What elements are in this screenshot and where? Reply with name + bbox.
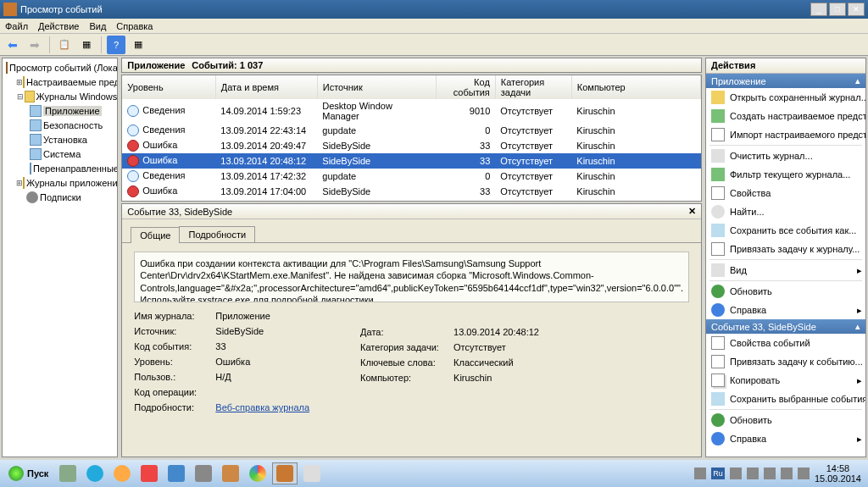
action-attach-task-event[interactable]: Привязать задачу к событию... bbox=[706, 352, 865, 371]
tree-forwarded-events[interactable]: Перенаправленные события bbox=[3, 161, 117, 175]
action-create-custom-view[interactable]: Создать настраиваемое представле... bbox=[706, 107, 865, 125]
value-event-id: 33 bbox=[215, 341, 225, 351]
event-row[interactable]: Сведения13.09.2014 22:43:14gupdate0Отсут… bbox=[122, 123, 700, 138]
error-icon bbox=[127, 155, 139, 167]
tray-icon[interactable] bbox=[730, 468, 742, 479]
network-icon[interactable] bbox=[764, 468, 776, 479]
label-event-id: Код события: bbox=[134, 341, 207, 351]
error-icon bbox=[127, 140, 139, 152]
event-row[interactable]: Сведения13.09.2014 17:42:32gupdate0Отсут… bbox=[122, 169, 700, 184]
list-summary-header: Приложение Событий: 1 037 bbox=[121, 58, 702, 73]
label-opcode: Код операции: bbox=[134, 387, 207, 397]
info-icon bbox=[127, 105, 139, 117]
col-level[interactable]: Уровень bbox=[122, 75, 215, 99]
event-list[interactable]: Уровень Дата и время Источник Код событи… bbox=[121, 75, 702, 202]
navigation-tree[interactable]: Просмотр событий (Локальный) ⊞Настраивае… bbox=[2, 58, 118, 457]
action-help-2[interactable]: Справка▸ bbox=[706, 429, 865, 448]
action-refresh-2[interactable]: Обновить bbox=[706, 411, 865, 429]
col-date[interactable]: Дата и время bbox=[215, 75, 317, 99]
tree-security-log[interactable]: Безопасность bbox=[3, 118, 117, 132]
maximize-button[interactable]: □ bbox=[829, 3, 846, 16]
tree-system-log[interactable]: Система bbox=[3, 147, 117, 161]
volume-icon[interactable] bbox=[747, 468, 759, 479]
back-button[interactable]: ⬅ bbox=[3, 36, 22, 54]
system-tray[interactable]: Ru 14:58 15.09.2014 bbox=[694, 463, 865, 484]
close-button[interactable]: ✕ bbox=[848, 3, 865, 16]
tree-app-services-logs[interactable]: ⊞Журналы приложений и служб bbox=[3, 175, 117, 190]
action-find[interactable]: Найти... bbox=[706, 202, 865, 221]
menu-file[interactable]: Файл bbox=[5, 21, 28, 31]
overflow-button[interactable]: ▦ bbox=[129, 36, 147, 54]
titlebar[interactable]: Просмотр событий _ □ ✕ bbox=[0, 0, 868, 19]
action-properties[interactable]: Свойства bbox=[706, 184, 865, 202]
menu-action[interactable]: Действие bbox=[38, 21, 79, 31]
event-row[interactable]: Ошибка13.09.2014 20:48:12SideBySide33Отс… bbox=[122, 153, 700, 169]
action-attach-task-log[interactable]: Привязать задачу к журналу... bbox=[706, 240, 865, 258]
menu-view[interactable]: Вид bbox=[89, 21, 106, 31]
tree-application-log[interactable]: Приложение bbox=[3, 103, 117, 118]
actions-section-event[interactable]: Событие 33, SideBySide▴ bbox=[706, 319, 865, 334]
action-event-properties[interactable]: Свойства событий bbox=[706, 334, 865, 352]
taskbar-app-1[interactable] bbox=[55, 462, 81, 484]
error-icon bbox=[127, 185, 139, 197]
detail-close-button[interactable]: ✕ bbox=[688, 206, 696, 217]
minimize-button[interactable]: _ bbox=[810, 3, 827, 16]
event-row[interactable]: Ошибка13.09.2014 17:02:09SideBySide33Отс… bbox=[122, 199, 700, 202]
window-title: Просмотр событий bbox=[20, 4, 103, 14]
col-category[interactable]: Категория задачи bbox=[495, 75, 571, 99]
language-indicator[interactable]: Ru bbox=[711, 468, 725, 479]
taskbar-avast[interactable] bbox=[109, 462, 135, 484]
action-import-custom-view[interactable]: Импорт настраиваемого представле... bbox=[706, 125, 865, 144]
event-description[interactable]: Ошибка при создании контекста активации … bbox=[134, 252, 689, 302]
toolbar: ⬅ ➡ 📋 ▦ ? ▦ bbox=[0, 34, 868, 56]
taskbar-app-6[interactable] bbox=[191, 462, 216, 484]
action-save-selected[interactable]: Сохранить выбранные события... bbox=[706, 390, 865, 408]
menu-help[interactable]: Справка bbox=[116, 21, 153, 31]
tree-custom-views[interactable]: ⊞Настраиваемые представления bbox=[3, 75, 117, 89]
tab-details[interactable]: Подробности bbox=[179, 226, 255, 242]
action-save-all-events[interactable]: Сохранить все события как... bbox=[706, 221, 865, 240]
taskbar-event-viewer[interactable] bbox=[272, 462, 298, 484]
action-copy[interactable]: Копировать▸ bbox=[706, 371, 865, 390]
action-open-saved-log[interactable]: Открыть сохраненный журнал... bbox=[706, 88, 865, 107]
event-row[interactable]: Сведения14.09.2014 1:59:23Desktop Window… bbox=[122, 99, 700, 123]
taskbar-skype[interactable] bbox=[82, 462, 108, 484]
tree-root[interactable]: Просмотр событий (Локальный) bbox=[3, 60, 117, 75]
taskbar-ccleaner[interactable] bbox=[136, 462, 162, 484]
tab-general[interactable]: Общие bbox=[131, 227, 180, 243]
tray-icon[interactable] bbox=[781, 468, 793, 479]
taskbar-app-7[interactable] bbox=[218, 462, 243, 484]
taskbar-app-5[interactable] bbox=[164, 462, 189, 484]
action-clear-log[interactable]: Очистить журнал... bbox=[706, 147, 865, 165]
link-online-help[interactable]: Веб-справка журнала bbox=[215, 402, 309, 412]
taskbar[interactable]: Пуск Ru 14:58 15.09.2014 bbox=[0, 460, 868, 487]
export-button[interactable]: ▦ bbox=[77, 36, 96, 54]
event-row[interactable]: Ошибка13.09.2014 20:49:47SideBySide33Отс… bbox=[122, 138, 700, 153]
detail-title: Событие 33, SideBySide bbox=[127, 207, 232, 217]
tree-setup-log[interactable]: Установка bbox=[3, 132, 117, 147]
col-computer[interactable]: Компьютер bbox=[571, 75, 700, 99]
col-source[interactable]: Источник bbox=[317, 75, 436, 99]
col-event-id[interactable]: Код события bbox=[436, 75, 495, 99]
tree-windows-logs[interactable]: ⊟Журналы Windows bbox=[3, 89, 117, 103]
value-user: Н/Д bbox=[215, 372, 231, 382]
help-toolbar-button[interactable]: ? bbox=[107, 36, 125, 54]
event-row[interactable]: Ошибка13.09.2014 17:04:00SideBySide33Отс… bbox=[122, 184, 700, 199]
actions-section-application[interactable]: Приложение▴ bbox=[706, 74, 865, 88]
tray-icon[interactable] bbox=[798, 468, 810, 479]
action-view-submenu[interactable]: Вид▸ bbox=[706, 261, 865, 279]
tree-subscriptions[interactable]: Подписки bbox=[3, 190, 117, 204]
event-detail-panel: Событие 33, SideBySide ✕ Общие Подробнос… bbox=[121, 203, 702, 457]
action-refresh[interactable]: Обновить bbox=[706, 282, 865, 301]
show-hide-tree-button[interactable]: 📋 bbox=[55, 36, 74, 54]
action-filter-log[interactable]: Фильтр текущего журнала... bbox=[706, 165, 865, 184]
clock[interactable]: 14:58 15.09.2014 bbox=[815, 463, 861, 484]
label-user: Пользов.: bbox=[134, 372, 207, 382]
action-help[interactable]: Справка▸ bbox=[706, 301, 865, 319]
taskbar-app-10[interactable] bbox=[299, 462, 325, 484]
start-button[interactable]: Пуск bbox=[3, 464, 53, 483]
taskbar-chrome[interactable] bbox=[245, 462, 270, 484]
tray-icon[interactable] bbox=[694, 468, 706, 479]
value-source: SideBySide bbox=[215, 326, 264, 336]
label-log-name: Имя журнала: bbox=[134, 311, 207, 321]
